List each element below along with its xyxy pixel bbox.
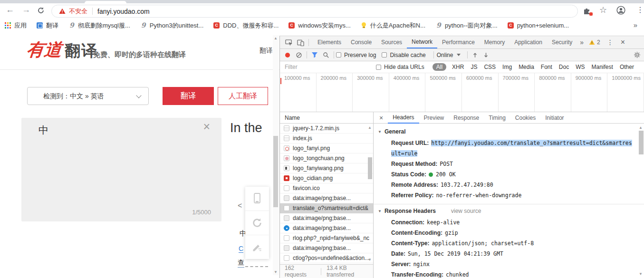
- request-type-filter[interactable]: Media: [515, 64, 538, 70]
- request-row[interactable]: ctlog?pos=undefined&action...: [280, 253, 373, 263]
- request-row[interactable]: jquery-1.7.2.min.js: [280, 124, 373, 134]
- bookmark-item[interactable]: python+selenium...: [508, 22, 569, 29]
- filter-funnel-icon[interactable]: [309, 52, 320, 58]
- scroll-down-arrow[interactable]: ▼: [639, 272, 643, 276]
- devtools-menu-icon[interactable]: ⋮: [604, 38, 617, 46]
- request-row[interactable]: translate_o?smartresult=dict&: [280, 203, 373, 213]
- devtools-tab[interactable]: Network: [407, 36, 437, 48]
- history-refresh-icon[interactable]: [245, 211, 269, 235]
- preserve-log-label[interactable]: Preserve log: [344, 52, 376, 58]
- request-row[interactable]: data:image/png;base...: [280, 223, 373, 233]
- request-row[interactable]: index.js: [280, 134, 373, 144]
- bookmark-item[interactable]: Python3的unittest...: [140, 21, 203, 30]
- inspect-element-icon[interactable]: [283, 39, 295, 46]
- throttling-dropdown[interactable]: Online: [437, 52, 461, 58]
- gear-icon[interactable]: [634, 51, 641, 58]
- url-text[interactable]: fanyi.youdao.com: [97, 8, 150, 15]
- general-section-title[interactable]: ▼ General: [378, 127, 633, 138]
- devtools-tab[interactable]: Security: [547, 36, 577, 48]
- bookmark-item[interactable]: 什么是Apache和N...: [361, 21, 425, 30]
- sidebar-more-partial[interactable]: 查: [238, 259, 244, 268]
- details-tab[interactable]: Response: [449, 112, 484, 124]
- share-icon[interactable]: <: [238, 201, 242, 210]
- details-tab[interactable]: Initiator: [540, 112, 568, 124]
- tabs-overflow-chevron[interactable]: »: [577, 38, 586, 46]
- clear-icon[interactable]: [293, 52, 305, 58]
- search-icon[interactable]: [320, 52, 332, 58]
- warning-badge[interactable]: 2: [586, 39, 603, 46]
- hide-data-urls-checkbox[interactable]: [376, 65, 381, 70]
- request-row[interactable]: logo_cidian.png: [280, 173, 373, 183]
- request-type-filter[interactable]: Manifest: [588, 64, 616, 70]
- import-har-icon[interactable]: [470, 52, 481, 58]
- devtools-tab[interactable]: Memory: [480, 36, 509, 48]
- request-type-filter[interactable]: Img: [499, 64, 515, 70]
- request-type-filter[interactable]: CSS: [481, 64, 499, 70]
- bookmark-item[interactable]: 应用: [5, 21, 27, 30]
- mobile-app-icon[interactable]: [245, 187, 269, 211]
- request-type-filter[interactable]: Other: [616, 64, 637, 70]
- human-translate-button[interactable]: 人工翻译: [218, 87, 268, 105]
- language-selector[interactable]: 检测到：中文 » 英语: [27, 87, 149, 105]
- scroll-up-arrow[interactable]: ▲: [274, 36, 278, 40]
- request-row[interactable]: data:image/png;base...: [280, 193, 373, 203]
- details-tab[interactable]: Cookies: [510, 112, 540, 124]
- forward-button[interactable]: →: [22, 5, 30, 15]
- response-headers-section-title[interactable]: ▼ Response Headers view source: [378, 206, 633, 217]
- devtools-tab[interactable]: Application: [509, 36, 547, 48]
- translate-button[interactable]: 翻译: [163, 87, 214, 105]
- request-row[interactable]: logo_fanyi.png: [280, 144, 373, 153]
- disable-cache-label[interactable]: Disable cache: [390, 52, 425, 58]
- filter-input[interactable]: [285, 64, 376, 70]
- bookmarks-overflow-chevron[interactable]: »: [634, 21, 637, 29]
- timeline-ruler[interactable]: 100000 ms200000 ms300000 ms400000 ms5000…: [280, 73, 644, 112]
- details-tab[interactable]: Headers: [388, 112, 419, 124]
- device-toolbar-icon[interactable]: [295, 39, 307, 46]
- name-column-header[interactable]: Name: [280, 112, 373, 124]
- profile-icon[interactable]: [616, 6, 625, 15]
- browser-menu-icon[interactable]: ⋮: [636, 5, 644, 14]
- scroll-down-arrow[interactable]: ▼: [368, 258, 372, 262]
- security-warning-icon[interactable]: [59, 8, 66, 14]
- source-textarea[interactable]: 中 × 1/5000: [21, 118, 221, 221]
- scroll-down-arrow[interactable]: ▼: [274, 270, 278, 274]
- hide-data-urls-label[interactable]: Hide data URLs: [384, 64, 424, 70]
- bookmark-item[interactable]: 彻底删除mysql服...: [68, 21, 130, 30]
- request-row[interactable]: rlog.php?_npid=fanyiweb&_nc: [280, 233, 373, 243]
- sidebar-link-partial[interactable]: C: [239, 245, 243, 253]
- view-source-link[interactable]: view source: [451, 208, 481, 214]
- nav-link-partial[interactable]: 翻译: [260, 47, 273, 55]
- scrollbar-thumb[interactable]: [639, 131, 644, 154]
- bookmark-star-icon[interactable]: ☆: [599, 5, 607, 15]
- request-row[interactable]: favicon.ico: [280, 183, 373, 193]
- request-type-filter[interactable]: All: [433, 63, 446, 71]
- export-har-icon[interactable]: [481, 52, 491, 58]
- request-type-filter[interactable]: WS: [572, 64, 588, 70]
- devtools-tab[interactable]: Performance: [437, 36, 480, 48]
- request-type-filter[interactable]: JS: [467, 64, 481, 70]
- youdao-logo[interactable]: 有道: [25, 38, 63, 62]
- request-row[interactable]: logo_fanyiwang.png: [280, 163, 373, 173]
- details-tab[interactable]: Timing: [484, 112, 510, 124]
- extensions-icon[interactable]: [583, 6, 591, 15]
- bookmark-item[interactable]: windows安装mys...: [288, 21, 351, 30]
- bookmark-item[interactable]: DDD、微服务和容...: [213, 21, 279, 30]
- reload-icon[interactable]: [37, 7, 45, 14]
- request-type-filter[interactable]: Doc: [556, 64, 572, 70]
- devtools-tab[interactable]: Console: [346, 36, 376, 48]
- devtools-tab[interactable]: Elements: [313, 36, 346, 48]
- scrollbar-thumb[interactable]: [368, 157, 372, 179]
- request-type-filter[interactable]: XHR: [449, 64, 467, 70]
- scroll-up-arrow[interactable]: ▲: [368, 125, 372, 130]
- request-row[interactable]: data:image/png;base...: [280, 213, 373, 223]
- disable-cache-checkbox[interactable]: [382, 52, 387, 58]
- clear-input-icon[interactable]: ×: [203, 120, 210, 134]
- bookmark-item[interactable]: 翻译: [37, 21, 58, 30]
- record-button[interactable]: [285, 53, 290, 58]
- scroll-up-arrow[interactable]: ▲: [639, 125, 643, 130]
- close-details-icon[interactable]: ×: [374, 114, 388, 122]
- back-button[interactable]: ←: [6, 5, 14, 15]
- address-bar[interactable]: 不安全 fanyi.youdao.com: [51, 5, 578, 18]
- devtools-close-icon[interactable]: ×: [617, 38, 629, 47]
- page-scrollbar[interactable]: ▲ ▼: [273, 35, 279, 275]
